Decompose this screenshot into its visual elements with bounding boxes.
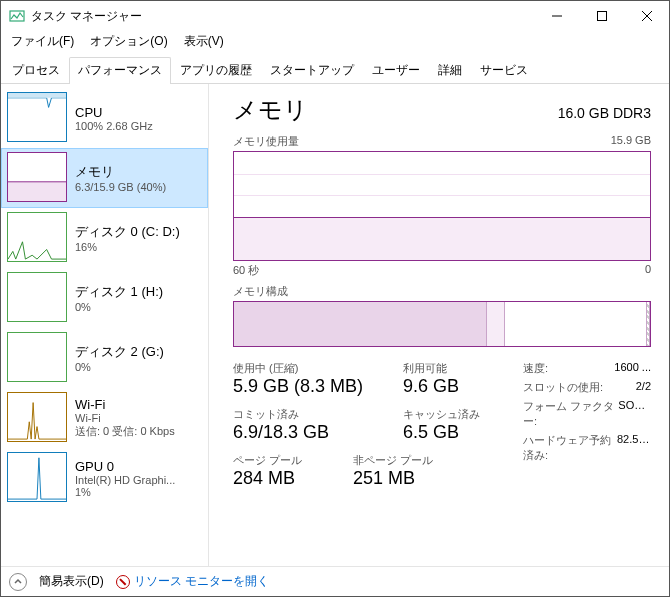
sidebar-item-memory[interactable]: メモリ 6.3/15.9 GB (40%) xyxy=(1,148,208,208)
axis-left: 60 秒 xyxy=(233,263,259,278)
sidebar-item-label: Wi-Fi xyxy=(75,397,175,412)
resource-monitor-icon xyxy=(116,575,130,589)
stat-paged-value: 284 MB xyxy=(233,468,333,489)
stats-area: 使用中 (圧縮) 5.9 GB (8.3 MB) 利用可能 9.6 GB コミッ… xyxy=(233,361,651,489)
sidebar-item-sub2: 1% xyxy=(75,486,175,498)
app-icon xyxy=(9,8,25,24)
stats-right: 速度:1600 ... スロットの使用:2/2 フォーム ファクター:SODI.… xyxy=(523,361,651,489)
svg-rect-2 xyxy=(597,12,606,21)
chart-axis: 60 秒 0 xyxy=(233,263,651,278)
tab-app-history[interactable]: アプリの履歴 xyxy=(171,57,261,83)
tab-processes[interactable]: プロセス xyxy=(3,57,69,83)
chart-label-right: 15.9 GB xyxy=(611,134,651,149)
menu-file[interactable]: ファイル(F) xyxy=(5,31,80,52)
sidebar-item-sub: Wi-Fi xyxy=(75,412,175,424)
menu-view[interactable]: 表示(V) xyxy=(178,31,230,52)
gpu-thumb-icon xyxy=(7,452,67,502)
comp-seg-standby xyxy=(505,302,646,346)
composition-label: メモリ構成 xyxy=(233,284,651,299)
detail-header: メモリ 16.0 GB DDR3 xyxy=(233,94,651,126)
stat-nonpaged-value: 251 MB xyxy=(353,468,453,489)
memory-usage-chart[interactable] xyxy=(233,151,651,261)
kv-hw-k: ハードウェア予約済み: xyxy=(523,433,617,463)
fewer-details-button[interactable] xyxy=(9,573,27,591)
stat-in-use-label: 使用中 (圧縮) xyxy=(233,361,383,376)
kv-slots-v: 2/2 xyxy=(636,380,651,395)
tab-users[interactable]: ユーザー xyxy=(363,57,429,83)
stats-left: 使用中 (圧縮) 5.9 GB (8.3 MB) 利用可能 9.6 GB コミッ… xyxy=(233,361,503,489)
sidebar-item-sub: Intel(R) HD Graphi... xyxy=(75,474,175,486)
sidebar-item-label: GPU 0 xyxy=(75,459,175,474)
maximize-button[interactable] xyxy=(579,1,624,31)
disk-thumb-icon xyxy=(7,212,67,262)
footer: 簡易表示(D) リソース モニターを開く xyxy=(1,566,669,596)
stat-paged-label: ページ プール xyxy=(233,453,333,468)
sidebar-item-sub: 6.3/15.9 GB (40%) xyxy=(75,181,166,193)
window-controls xyxy=(534,1,669,31)
disk-thumb-icon xyxy=(7,332,67,382)
detail-pane: メモリ 16.0 GB DDR3 メモリ使用量 15.9 GB 60 秒 0 メ… xyxy=(209,84,669,566)
kv-speed-k: 速度: xyxy=(523,361,548,376)
detail-title: メモリ xyxy=(233,94,308,126)
resource-monitor-label: リソース モニターを開く xyxy=(134,573,269,590)
sidebar-item-disk0[interactable]: ディスク 0 (C: D:) 16% xyxy=(1,208,208,268)
stat-committed-value: 6.9/18.3 GB xyxy=(233,422,383,443)
stat-in-use-value: 5.9 GB (8.3 MB) xyxy=(233,376,383,397)
open-resource-monitor-link[interactable]: リソース モニターを開く xyxy=(116,573,269,590)
titlebar: タスク マネージャー xyxy=(1,1,669,31)
sidebar: CPU 100% 2.68 GHz メモリ 6.3/15.9 GB (40%) … xyxy=(1,84,209,566)
memory-composition-chart[interactable] xyxy=(233,301,651,347)
tabstrip: プロセス パフォーマンス アプリの履歴 スタートアップ ユーザー 詳細 サービス xyxy=(1,51,669,84)
kv-slots-k: スロットの使用: xyxy=(523,380,603,395)
stat-committed-label: コミット済み xyxy=(233,407,383,422)
menubar: ファイル(F) オプション(O) 表示(V) xyxy=(1,31,669,51)
svg-rect-6 xyxy=(8,182,66,201)
tab-services[interactable]: サービス xyxy=(471,57,537,83)
stat-nonpaged-label: 非ページ プール xyxy=(353,453,453,468)
sidebar-item-cpu[interactable]: CPU 100% 2.68 GHz xyxy=(1,88,208,148)
kv-form-v: SODI... xyxy=(618,399,651,429)
comp-seg-modified xyxy=(487,302,505,346)
sidebar-item-sub: 0% xyxy=(75,301,163,313)
axis-right: 0 xyxy=(645,263,651,278)
sidebar-item-wifi[interactable]: Wi-Fi Wi-Fi 送信: 0 受信: 0 Kbps xyxy=(1,388,208,448)
chart-top-labels: メモリ使用量 15.9 GB xyxy=(233,134,651,149)
minimize-button[interactable] xyxy=(534,1,579,31)
stat-cached-label: キャッシュ済み xyxy=(403,407,503,422)
stat-avail-label: 利用可能 xyxy=(403,361,503,376)
kv-form-k: フォーム ファクター: xyxy=(523,399,618,429)
sidebar-item-label: ディスク 2 (G:) xyxy=(75,343,164,361)
detail-capacity: 16.0 GB DDR3 xyxy=(558,105,651,121)
sidebar-item-label: CPU xyxy=(75,105,153,120)
svg-rect-5 xyxy=(8,93,66,98)
sidebar-item-label: ディスク 0 (C: D:) xyxy=(75,223,180,241)
tab-performance[interactable]: パフォーマンス xyxy=(69,57,171,84)
sidebar-item-disk2[interactable]: ディスク 2 (G:) 0% xyxy=(1,328,208,388)
stat-cached-value: 6.5 GB xyxy=(403,422,503,443)
cpu-thumb-icon xyxy=(7,92,67,142)
disk-thumb-icon xyxy=(7,272,67,322)
sidebar-item-label: メモリ xyxy=(75,163,166,181)
window-title: タスク マネージャー xyxy=(31,8,534,25)
menu-options[interactable]: オプション(O) xyxy=(84,31,173,52)
memory-thumb-icon xyxy=(7,152,67,202)
wifi-thumb-icon xyxy=(7,392,67,442)
tab-details[interactable]: 詳細 xyxy=(429,57,471,83)
fewer-details-label[interactable]: 簡易表示(D) xyxy=(39,573,104,590)
kv-hw-v: 82.5 MB xyxy=(617,433,651,463)
kv-speed-v: 1600 ... xyxy=(614,361,651,376)
comp-seg-reserved xyxy=(646,302,650,346)
comp-seg-used xyxy=(234,302,487,346)
content: CPU 100% 2.68 GHz メモリ 6.3/15.9 GB (40%) … xyxy=(1,84,669,566)
sidebar-item-label: ディスク 1 (H:) xyxy=(75,283,163,301)
tab-startup[interactable]: スタートアップ xyxy=(261,57,363,83)
sidebar-item-sub: 100% 2.68 GHz xyxy=(75,120,153,132)
sidebar-item-sub: 16% xyxy=(75,241,180,253)
sidebar-item-sub2: 送信: 0 受信: 0 Kbps xyxy=(75,424,175,439)
close-button[interactable] xyxy=(624,1,669,31)
sidebar-item-sub: 0% xyxy=(75,361,164,373)
chart-label-left: メモリ使用量 xyxy=(233,134,299,149)
stat-avail-value: 9.6 GB xyxy=(403,376,503,397)
sidebar-item-gpu0[interactable]: GPU 0 Intel(R) HD Graphi... 1% xyxy=(1,448,208,508)
sidebar-item-disk1[interactable]: ディスク 1 (H:) 0% xyxy=(1,268,208,328)
